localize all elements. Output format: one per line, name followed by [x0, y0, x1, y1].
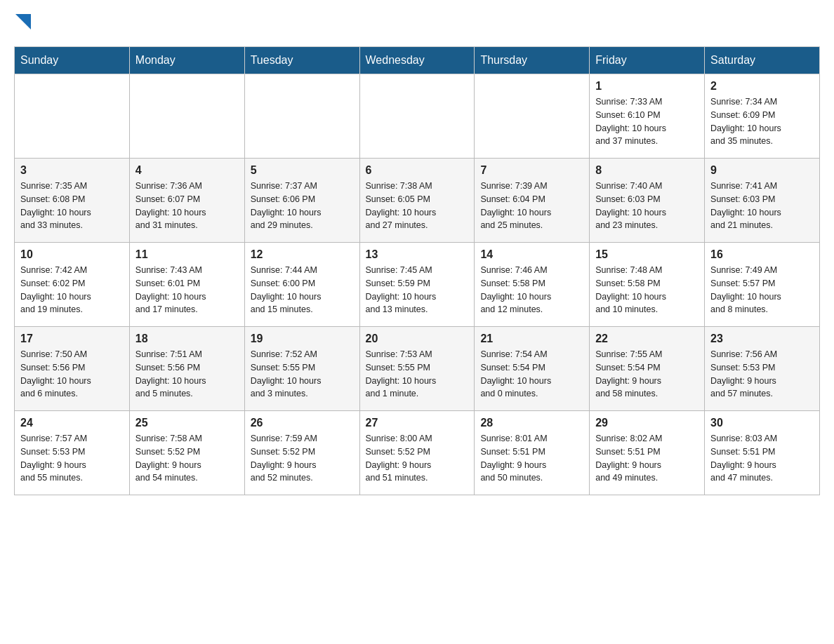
weekday-header-sunday: Sunday: [15, 47, 130, 74]
day-number: 24: [20, 417, 124, 429]
calendar-cell: 22Sunrise: 7:55 AM Sunset: 5:54 PM Dayli…: [590, 327, 705, 411]
calendar-cell: 28Sunrise: 8:01 AM Sunset: 5:51 PM Dayli…: [475, 411, 590, 495]
day-info: Sunrise: 7:39 AM Sunset: 6:04 PM Dayligh…: [480, 180, 583, 232]
page-header: [14, 14, 820, 32]
day-info: Sunrise: 7:44 AM Sunset: 6:00 PM Dayligh…: [251, 264, 354, 316]
calendar-cell: 11Sunrise: 7:43 AM Sunset: 6:01 PM Dayli…: [129, 243, 244, 327]
day-info: Sunrise: 7:51 AM Sunset: 5:56 PM Dayligh…: [135, 348, 239, 401]
calendar-cell: 7Sunrise: 7:39 AM Sunset: 6:04 PM Daylig…: [475, 159, 590, 243]
day-number: 25: [135, 417, 239, 429]
day-number: 12: [251, 248, 354, 261]
calendar-cell: 23Sunrise: 7:56 AM Sunset: 5:53 PM Dayli…: [705, 327, 820, 411]
day-number: 22: [595, 333, 699, 345]
calendar-cell: [244, 74, 359, 159]
calendar-cell: 19Sunrise: 7:52 AM Sunset: 5:55 PM Dayli…: [244, 327, 359, 411]
day-info: Sunrise: 7:41 AM Sunset: 6:03 PM Dayligh…: [710, 180, 814, 232]
day-info: Sunrise: 7:56 AM Sunset: 5:53 PM Dayligh…: [710, 348, 814, 401]
day-info: Sunrise: 7:34 AM Sunset: 6:09 PM Dayligh…: [710, 95, 814, 148]
day-number: 6: [366, 164, 469, 177]
calendar-cell: [359, 74, 475, 159]
weekday-header-tuesday: Tuesday: [244, 47, 359, 74]
calendar-cell: 16Sunrise: 7:49 AM Sunset: 5:57 PM Dayli…: [705, 243, 820, 327]
day-info: Sunrise: 8:02 AM Sunset: 5:51 PM Dayligh…: [595, 432, 699, 485]
day-number: 13: [366, 248, 469, 261]
day-info: Sunrise: 7:38 AM Sunset: 6:05 PM Dayligh…: [366, 180, 469, 232]
calendar-cell: 10Sunrise: 7:42 AM Sunset: 6:02 PM Dayli…: [15, 243, 130, 327]
calendar-cell: 24Sunrise: 7:57 AM Sunset: 5:53 PM Dayli…: [15, 411, 130, 495]
weekday-header-thursday: Thursday: [475, 47, 590, 74]
calendar-cell: 5Sunrise: 7:37 AM Sunset: 6:06 PM Daylig…: [244, 159, 359, 243]
day-number: 23: [710, 333, 814, 345]
calendar-cell: 20Sunrise: 7:53 AM Sunset: 5:55 PM Dayli…: [359, 327, 475, 411]
day-info: Sunrise: 7:36 AM Sunset: 6:07 PM Dayligh…: [135, 180, 239, 232]
calendar-cell: 25Sunrise: 7:58 AM Sunset: 5:52 PM Dayli…: [129, 411, 244, 495]
calendar-cell: [129, 74, 244, 159]
calendar-cell: 30Sunrise: 8:03 AM Sunset: 5:51 PM Dayli…: [705, 411, 820, 495]
calendar-cell: 26Sunrise: 7:59 AM Sunset: 5:52 PM Dayli…: [244, 411, 359, 495]
calendar-cell: 14Sunrise: 7:46 AM Sunset: 5:58 PM Dayli…: [475, 243, 590, 327]
logo: [14, 14, 31, 32]
weekday-header-row: SundayMondayTuesdayWednesdayThursdayFrid…: [15, 47, 820, 74]
calendar-cell: 21Sunrise: 7:54 AM Sunset: 5:54 PM Dayli…: [475, 327, 590, 411]
day-info: Sunrise: 7:33 AM Sunset: 6:10 PM Dayligh…: [595, 95, 699, 148]
day-info: Sunrise: 7:48 AM Sunset: 5:58 PM Dayligh…: [595, 264, 699, 316]
day-info: Sunrise: 7:59 AM Sunset: 5:52 PM Dayligh…: [251, 432, 354, 485]
day-number: 15: [595, 248, 699, 261]
day-info: Sunrise: 7:45 AM Sunset: 5:59 PM Dayligh…: [366, 264, 469, 316]
calendar-cell: 29Sunrise: 8:02 AM Sunset: 5:51 PM Dayli…: [590, 411, 705, 495]
day-info: Sunrise: 8:01 AM Sunset: 5:51 PM Dayligh…: [480, 432, 583, 485]
calendar-cell: 8Sunrise: 7:40 AM Sunset: 6:03 PM Daylig…: [590, 159, 705, 243]
day-number: 30: [710, 417, 814, 429]
calendar-cell: 13Sunrise: 7:45 AM Sunset: 5:59 PM Dayli…: [359, 243, 475, 327]
weekday-header-saturday: Saturday: [705, 47, 820, 74]
day-info: Sunrise: 7:52 AM Sunset: 5:55 PM Dayligh…: [251, 348, 354, 401]
calendar-cell: 4Sunrise: 7:36 AM Sunset: 6:07 PM Daylig…: [129, 159, 244, 243]
calendar-week-row: 24Sunrise: 7:57 AM Sunset: 5:53 PM Dayli…: [15, 411, 820, 495]
calendar-cell: [15, 74, 130, 159]
day-info: Sunrise: 7:43 AM Sunset: 6:01 PM Dayligh…: [135, 264, 239, 316]
calendar-cell: 15Sunrise: 7:48 AM Sunset: 5:58 PM Dayli…: [590, 243, 705, 327]
calendar-cell: 1Sunrise: 7:33 AM Sunset: 6:10 PM Daylig…: [590, 74, 705, 159]
day-number: 5: [251, 164, 354, 177]
svg-marker-0: [15, 14, 31, 29]
calendar-cell: 27Sunrise: 8:00 AM Sunset: 5:52 PM Dayli…: [359, 411, 475, 495]
day-info: Sunrise: 7:54 AM Sunset: 5:54 PM Dayligh…: [480, 348, 583, 401]
calendar-table: SundayMondayTuesdayWednesdayThursdayFrid…: [14, 46, 820, 495]
calendar-cell: 2Sunrise: 7:34 AM Sunset: 6:09 PM Daylig…: [705, 74, 820, 159]
day-info: Sunrise: 7:42 AM Sunset: 6:02 PM Dayligh…: [20, 264, 124, 316]
day-info: Sunrise: 7:53 AM Sunset: 5:55 PM Dayligh…: [366, 348, 469, 401]
day-number: 3: [20, 164, 124, 177]
weekday-header-friday: Friday: [590, 47, 705, 74]
day-number: 14: [480, 248, 583, 261]
calendar-cell: 18Sunrise: 7:51 AM Sunset: 5:56 PM Dayli…: [129, 327, 244, 411]
day-number: 11: [135, 248, 239, 261]
day-number: 18: [135, 333, 239, 345]
day-number: 7: [480, 164, 583, 177]
calendar-week-row: 10Sunrise: 7:42 AM Sunset: 6:02 PM Dayli…: [15, 243, 820, 327]
calendar-cell: [475, 74, 590, 159]
day-info: Sunrise: 7:35 AM Sunset: 6:08 PM Dayligh…: [20, 180, 124, 232]
day-number: 28: [480, 417, 583, 429]
day-number: 16: [710, 248, 814, 261]
day-number: 10: [20, 248, 124, 261]
calendar-week-row: 3Sunrise: 7:35 AM Sunset: 6:08 PM Daylig…: [15, 159, 820, 243]
day-number: 9: [710, 164, 814, 177]
calendar-cell: 6Sunrise: 7:38 AM Sunset: 6:05 PM Daylig…: [359, 159, 475, 243]
day-number: 20: [366, 333, 469, 345]
day-info: Sunrise: 7:49 AM Sunset: 5:57 PM Dayligh…: [710, 264, 814, 316]
day-info: Sunrise: 7:37 AM Sunset: 6:06 PM Dayligh…: [251, 180, 354, 232]
day-number: 2: [710, 80, 814, 93]
day-info: Sunrise: 8:00 AM Sunset: 5:52 PM Dayligh…: [366, 432, 469, 485]
day-info: Sunrise: 7:57 AM Sunset: 5:53 PM Dayligh…: [20, 432, 124, 485]
day-number: 29: [595, 417, 699, 429]
day-info: Sunrise: 7:40 AM Sunset: 6:03 PM Dayligh…: [595, 180, 699, 232]
day-info: Sunrise: 7:46 AM Sunset: 5:58 PM Dayligh…: [480, 264, 583, 316]
day-info: Sunrise: 7:55 AM Sunset: 5:54 PM Dayligh…: [595, 348, 699, 401]
calendar-week-row: 1Sunrise: 7:33 AM Sunset: 6:10 PM Daylig…: [15, 74, 820, 159]
calendar-cell: 12Sunrise: 7:44 AM Sunset: 6:00 PM Dayli…: [244, 243, 359, 327]
day-number: 19: [251, 333, 354, 345]
weekday-header-wednesday: Wednesday: [359, 47, 475, 74]
calendar-week-row: 17Sunrise: 7:50 AM Sunset: 5:56 PM Dayli…: [15, 327, 820, 411]
calendar-cell: 17Sunrise: 7:50 AM Sunset: 5:56 PM Dayli…: [15, 327, 130, 411]
day-info: Sunrise: 7:58 AM Sunset: 5:52 PM Dayligh…: [135, 432, 239, 485]
